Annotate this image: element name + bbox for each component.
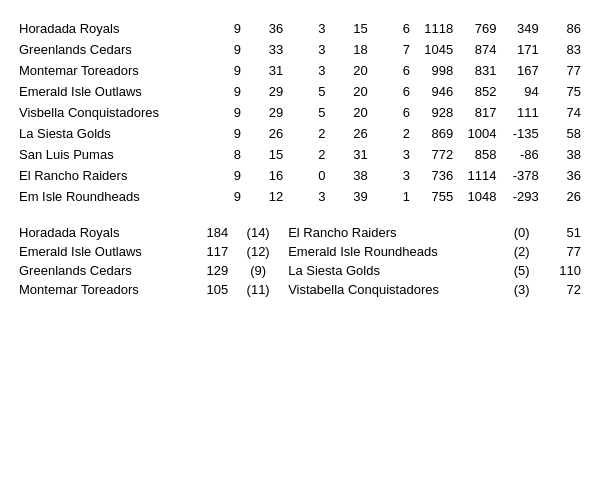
draws: 20: [329, 60, 371, 81]
draws: 38: [329, 165, 371, 186]
extra: 6: [372, 60, 414, 81]
losses: 3: [287, 60, 329, 81]
result-team: Greenlands Cedars: [15, 261, 185, 280]
team-name: La Siesta Golds: [15, 123, 203, 144]
result-score: 117: [185, 242, 233, 261]
pd: -135: [501, 123, 543, 144]
pa: 1048: [457, 186, 500, 207]
result-team: Emerald Isle Outlaws: [15, 242, 185, 261]
losses: 2: [287, 144, 329, 165]
pd: 111: [501, 102, 543, 123]
table-row: Montemar Toreadors 9 31 3 20 6 998 831 1…: [15, 60, 585, 81]
result-team: Horadada Royals: [15, 223, 185, 242]
result-bracket: (11): [232, 280, 284, 299]
draws: 20: [329, 81, 371, 102]
pa: 817: [457, 102, 500, 123]
played: 9: [203, 18, 245, 39]
played: 8: [203, 144, 245, 165]
result-bracket: (12): [232, 242, 284, 261]
wins: 29: [245, 102, 287, 123]
pts: 74: [543, 102, 585, 123]
pf: 946: [414, 81, 457, 102]
results-table: Horadada Royals 184 (14) El Rancho Raide…: [15, 223, 585, 299]
table-row: Emerald Isle Outlaws 9 29 5 20 6 946 852…: [15, 81, 585, 102]
losses: 3: [287, 186, 329, 207]
draws: 26: [329, 123, 371, 144]
pa: 831: [457, 60, 500, 81]
table-row: San Luis Pumas 8 15 2 31 3 772 858 -86 3…: [15, 144, 585, 165]
team-name: Horadada Royals: [15, 18, 203, 39]
pa: 1114: [457, 165, 500, 186]
played: 9: [203, 186, 245, 207]
extra: 3: [372, 165, 414, 186]
pts: 83: [543, 39, 585, 60]
pa: 858: [457, 144, 500, 165]
pd: -86: [501, 144, 543, 165]
losses: 3: [287, 39, 329, 60]
result-obracket: (2): [499, 242, 544, 261]
pf: 998: [414, 60, 457, 81]
wins: 26: [245, 123, 287, 144]
losses: 2: [287, 123, 329, 144]
extra: 1: [372, 186, 414, 207]
wins: 29: [245, 81, 287, 102]
draws: 18: [329, 39, 371, 60]
pd: -293: [501, 186, 543, 207]
pf: 1045: [414, 39, 457, 60]
draws: 39: [329, 186, 371, 207]
losses: 5: [287, 81, 329, 102]
extra: 2: [372, 123, 414, 144]
result-oscore: 51: [544, 223, 585, 242]
table-row: Visbella Conquistadores 9 29 5 20 6 928 …: [15, 102, 585, 123]
wins: 12: [245, 186, 287, 207]
pts: 58: [543, 123, 585, 144]
extra: 7: [372, 39, 414, 60]
played: 9: [203, 60, 245, 81]
result-opponent: Vistabella Conquistadores: [284, 280, 499, 299]
pf: 869: [414, 123, 457, 144]
result-score: 184: [185, 223, 233, 242]
pa: 1004: [457, 123, 500, 144]
result-bracket: (14): [232, 223, 284, 242]
result-obracket: (0): [499, 223, 544, 242]
pa: 769: [457, 18, 500, 39]
pd: 94: [501, 81, 543, 102]
team-name: Visbella Conquistadores: [15, 102, 203, 123]
wins: 15: [245, 144, 287, 165]
result-opponent: El Rancho Raiders: [284, 223, 499, 242]
pd: -378: [501, 165, 543, 186]
result-row: Montemar Toreadors 105 (11) Vistabella C…: [15, 280, 585, 299]
losses: 3: [287, 18, 329, 39]
result-oscore: 77: [544, 242, 585, 261]
result-team: Montemar Toreadors: [15, 280, 185, 299]
table-row: Em Isle Roundheads 9 12 3 39 1 755 1048 …: [15, 186, 585, 207]
wins: 36: [245, 18, 287, 39]
played: 9: [203, 81, 245, 102]
pd: 167: [501, 60, 543, 81]
result-score: 129: [185, 261, 233, 280]
pts: 38: [543, 144, 585, 165]
pf: 755: [414, 186, 457, 207]
extra: 6: [372, 102, 414, 123]
pts: 26: [543, 186, 585, 207]
wins: 31: [245, 60, 287, 81]
team-name: Emerald Isle Outlaws: [15, 81, 203, 102]
losses: 0: [287, 165, 329, 186]
result-opponent: La Siesta Golds: [284, 261, 499, 280]
team-name: Em Isle Roundheads: [15, 186, 203, 207]
played: 9: [203, 39, 245, 60]
result-row: Emerald Isle Outlaws 117 (12) Emerald Is…: [15, 242, 585, 261]
pa: 874: [457, 39, 500, 60]
result-row: Horadada Royals 184 (14) El Rancho Raide…: [15, 223, 585, 242]
wins: 16: [245, 165, 287, 186]
extra: 3: [372, 144, 414, 165]
standings-table: Horadada Royals 9 36 3 15 6 1118 769 349…: [15, 18, 585, 207]
pts: 77: [543, 60, 585, 81]
extra: 6: [372, 18, 414, 39]
played: 9: [203, 165, 245, 186]
team-name: Greenlands Cedars: [15, 39, 203, 60]
divider: [15, 207, 585, 223]
played: 9: [203, 123, 245, 144]
pf: 736: [414, 165, 457, 186]
draws: 20: [329, 102, 371, 123]
